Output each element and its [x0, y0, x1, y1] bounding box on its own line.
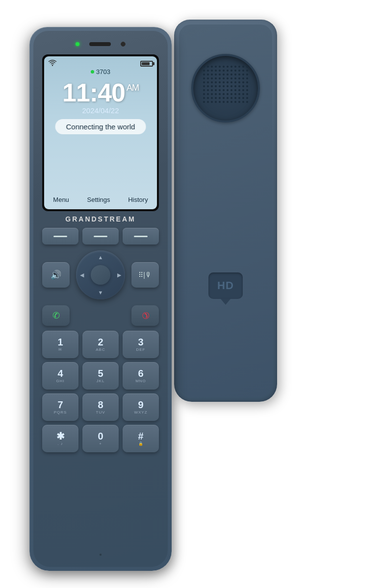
call-end-row: ✆ ✆	[42, 305, 159, 326]
speaker-dot	[242, 101, 244, 103]
speaker-dot	[219, 101, 221, 103]
speaker-dot	[238, 74, 240, 75]
speaker-dot	[207, 74, 209, 75]
time-ampm: AM	[127, 83, 139, 93]
speaker-dot	[227, 93, 229, 95]
speaker-dot	[215, 66, 217, 68]
battery-icon	[140, 61, 153, 67]
softkey-left-button[interactable]	[42, 228, 78, 245]
digit-4-main: 4	[57, 368, 63, 378]
softkey-right-icon	[134, 236, 148, 237]
speaker-dot	[219, 66, 221, 68]
softkey-label-settings[interactable]: Settings	[87, 196, 110, 203]
speaker-dot	[242, 74, 244, 75]
digit-0-sub: +	[99, 441, 102, 446]
speaker-dot	[246, 89, 248, 91]
digit-6-button[interactable]: 6 MNO	[123, 362, 159, 390]
dpad-up-button[interactable]: ▲	[98, 254, 103, 260]
speaker-dot	[215, 97, 217, 99]
softkey-label-bar: Menu Settings History	[44, 196, 157, 203]
speaker-dot	[242, 77, 244, 79]
speaker-dot	[211, 70, 213, 72]
connecting-pill: Connecting the world	[55, 119, 146, 134]
digit-6-sub: MNO	[135, 379, 146, 383]
speaker-dot	[227, 66, 229, 68]
dpad-left-button[interactable]: ◀	[80, 272, 84, 278]
softkey-label-history[interactable]: History	[128, 196, 148, 203]
end-call-button[interactable]: ✆	[131, 305, 159, 326]
softkey-center-button[interactable]	[82, 228, 119, 245]
speaker-dot	[242, 97, 244, 99]
speaker-dot	[230, 77, 232, 79]
speaker-dot	[246, 97, 248, 99]
softkey-right-button[interactable]	[123, 228, 159, 245]
digit-2-main: 2	[98, 337, 103, 347]
extension-number: 3703	[96, 68, 110, 75]
end-call-icon: ✆	[139, 309, 152, 322]
digit-4-button[interactable]: 4 GHI	[42, 362, 78, 390]
digit-1-sub: ✉	[58, 347, 62, 352]
speaker-dot	[246, 70, 248, 72]
digit-star-button[interactable]: ✱ . ♪	[42, 425, 78, 452]
dpad-down-button[interactable]: ▼	[98, 290, 103, 295]
speaker-dot	[215, 85, 217, 87]
speaker-dot	[238, 89, 240, 91]
digit-9-button[interactable]: 9 WXYZ	[123, 393, 159, 421]
digit-1-main: 1	[57, 337, 63, 347]
speaker-dot	[207, 85, 209, 87]
speaker-dot	[207, 93, 209, 95]
speaker-dot	[207, 101, 209, 103]
speaker-dot	[211, 66, 213, 68]
speaker-dot	[234, 74, 236, 75]
speaker-dot	[215, 101, 217, 103]
softkey-label-menu[interactable]: Menu	[53, 196, 69, 203]
digit-grid: 1 ✉ 2 ABC 3 DEF 4 GHI	[42, 331, 159, 452]
digit-3-main: 3	[138, 337, 143, 347]
speaker-dot	[230, 93, 232, 95]
speaker-dot	[219, 97, 221, 99]
digit-hash-main: #	[138, 431, 143, 441]
speaker-dot	[219, 81, 221, 83]
dpad-center-button[interactable]	[91, 265, 110, 285]
speaker-dot	[246, 66, 248, 68]
digit-1-button[interactable]: 1 ✉	[42, 331, 78, 358]
digit-hash-sub: 🔒	[138, 441, 144, 446]
speaker-dot	[211, 93, 213, 95]
speaker-dot	[215, 70, 217, 72]
hd-logo: HD	[208, 272, 243, 299]
speaker-dot	[227, 97, 229, 99]
conference-mute-button[interactable]: ⠿|🎙	[131, 262, 159, 288]
speaker-dot	[246, 81, 248, 83]
svg-point-0	[52, 65, 53, 66]
digit-3-button[interactable]: 3 DEF	[123, 331, 159, 358]
speaker-dot	[246, 74, 248, 75]
speaker-dot	[211, 81, 213, 83]
speaker-dot	[234, 97, 236, 99]
handset-back-body: HD	[179, 24, 272, 397]
call-icon: ✆	[52, 310, 60, 321]
microphone-dot	[99, 553, 102, 556]
speaker-grille	[191, 54, 260, 122]
digit-0-button[interactable]: 0 +	[82, 425, 119, 452]
speaker-dot	[238, 97, 240, 99]
speaker-dot	[207, 77, 209, 79]
speaker-dot	[219, 77, 221, 79]
softkey-button-row	[42, 228, 159, 245]
digit-7-button[interactable]: 7 PQRS	[42, 393, 78, 421]
speaker-dot	[234, 70, 236, 72]
speaker-dot	[227, 74, 229, 75]
speaker-button[interactable]: 🔊	[42, 262, 70, 288]
call-button[interactable]: ✆	[42, 305, 70, 326]
speaker-icon: 🔊	[51, 270, 61, 280]
speaker-dot	[215, 77, 217, 79]
speaker-dot	[203, 101, 205, 103]
speaker-dot	[223, 97, 225, 99]
speaker-dot	[219, 74, 221, 75]
digit-hash-button[interactable]: # 🔒	[123, 425, 159, 452]
digit-8-button[interactable]: 8 TUV	[82, 393, 119, 421]
speaker-dot	[227, 89, 229, 91]
speaker-dot	[230, 101, 232, 103]
dpad-right-button[interactable]: ▶	[117, 272, 121, 278]
digit-5-button[interactable]: 5 JKL	[82, 362, 119, 390]
digit-2-button[interactable]: 2 ABC	[82, 331, 119, 358]
